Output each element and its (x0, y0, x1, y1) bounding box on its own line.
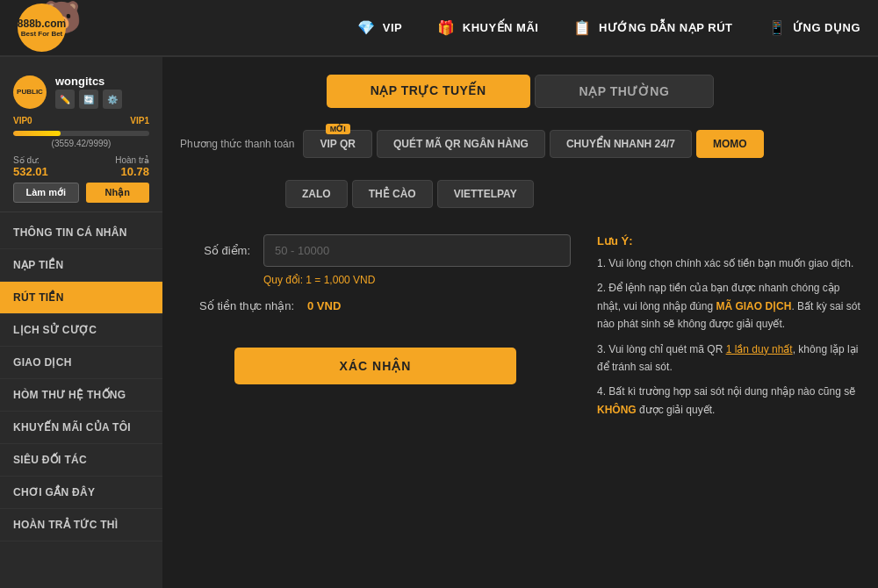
nav-app[interactable]: 📱 ỨNG DỤNG (768, 19, 861, 36)
new-badge: MỚI (326, 124, 350, 134)
tab-online-deposit[interactable]: NẠP TRỰC TUYẾN (327, 75, 530, 108)
note-2: 2. Để lệnh nạp tiền của bạn được nhanh c… (597, 279, 860, 333)
sidebar-item-withdraw[interactable]: RÚT TIỀN (0, 282, 162, 314)
vip-progress-bar (13, 131, 149, 136)
payment-vip-qr[interactable]: MỚI VIP QR (303, 130, 371, 158)
nav-promotion-label: KHUYẾN MÃI (463, 21, 539, 34)
settings-icon[interactable]: ⚙️ (103, 90, 122, 109)
form-content: Số điểm: Quy đổi: 1 = 1,000 VND Số tiền … (180, 234, 860, 419)
vip-current: VIP0 (13, 116, 32, 125)
sidebar-item-recent[interactable]: CHƠI GẦN ĐÂY (0, 477, 162, 509)
payment-methods-row2: ZALO THẺ CÀO VIETTELPAY (180, 180, 860, 208)
tab-normal-deposit[interactable]: NẠP THƯỜNG (535, 75, 715, 108)
points-input[interactable] (263, 234, 571, 267)
user-avatar-row: PUBLIC wongitcs ✏️ 🔄 ⚙️ (13, 75, 149, 109)
sidebar-item-bet-history[interactable]: LỊCH SỬ CƯỢC (0, 314, 162, 347)
sidebar-item-inbox[interactable]: HÒM THƯ HỆ THỐNG (0, 379, 162, 412)
hoantra-value: 10.78 (120, 165, 149, 178)
confirm-button[interactable]: XÁC NHẬN (234, 348, 517, 384)
sidebar-item-deposit[interactable]: NẠP TIỀN (0, 249, 162, 282)
user-section: PUBLIC wongitcs ✏️ 🔄 ⚙️ VIP0 VIP1 (355 (0, 66, 162, 212)
sidebar-item-profile[interactable]: THÔNG TIN CÁ NHÂN (0, 217, 162, 249)
vip-score: (3559.42/9999) (13, 139, 149, 148)
main-tabs: NẠP TRỰC TUYẾN NẠP THƯỜNG (180, 75, 860, 108)
confirm-button-wrap: XÁC NHẬN (180, 348, 571, 384)
guide-icon: 📋 (573, 19, 592, 36)
avatar: PUBLIC (13, 75, 47, 109)
balance-label: Số dư: (13, 155, 48, 165)
logo-name: 888b.com (18, 18, 66, 30)
note-1: 1. Vui lòng chọn chính xác số tiền bạn m… (597, 255, 860, 272)
nav-items: 💎 VIP 🎁 KHUYẾN MÃI 📋 HƯỚNG DẪN NẠP RÚT 📱… (357, 19, 860, 36)
payment-momo[interactable]: MOMO (696, 130, 764, 158)
actual-amount-row: Số tiền thực nhận: 0 VND (180, 299, 571, 312)
sidebar-item-partner[interactable]: SIÊU ĐỐI TÁC (0, 444, 162, 477)
balance-value: 532.01 (13, 165, 48, 178)
gift-icon: 🎁 (437, 19, 456, 36)
actual-label: Số tiền thực nhận: (180, 299, 294, 312)
actual-value: 0 VND (307, 299, 341, 312)
receive-button[interactable]: Nhận (86, 183, 150, 203)
sidebar-item-transaction[interactable]: GIAO DỊCH (0, 347, 162, 379)
notes-title: Lưu Ý: (597, 234, 860, 247)
nav-vip-label: VIP (383, 21, 402, 34)
hoantra-label: Hoàn trả (115, 155, 149, 165)
edit-icon[interactable]: ✏️ (55, 90, 75, 109)
payment-zalo[interactable]: ZALO (285, 180, 348, 208)
main-layout: PUBLIC wongitcs ✏️ 🔄 ⚙️ VIP0 VIP1 (355 (0, 57, 878, 588)
app-icon: 📱 (768, 19, 787, 36)
vip-next: VIP1 (130, 116, 149, 125)
vip-labels: VIP0 VIP1 (13, 116, 149, 125)
sidebar-item-cashback[interactable]: HOÀN TRẢ TỨC THÌ (0, 509, 162, 541)
highlight-2: 1 lần duy nhất (726, 343, 793, 355)
payment-qr-bank[interactable]: QUÉT MÃ QR NGÂN HÀNG (377, 130, 545, 158)
sidebar: PUBLIC wongitcs ✏️ 🔄 ⚙️ VIP0 VIP1 (355 (0, 57, 162, 588)
nav-app-label: ỨNG DỤNG (793, 21, 860, 34)
vip-icon: 💎 (357, 19, 376, 36)
payment-label: Phương thức thanh toán (180, 138, 294, 150)
content-area: NẠP TRỰC TUYẾN NẠP THƯỜNG Phương thức th… (162, 57, 878, 588)
payment-methods-row1: Phương thức thanh toán MỚI VIP QR QUÉT M… (180, 130, 860, 158)
refresh-icon[interactable]: 🔄 (79, 90, 98, 109)
payment-fast-transfer[interactable]: CHUYỂN NHANH 24/7 (550, 130, 692, 158)
nav-guide-label: HƯỚNG DẪN NẠP RÚT (599, 21, 733, 34)
notes-list: 1. Vui lòng chọn chính xác số tiền bạn m… (597, 255, 860, 419)
sidebar-item-mypromotion[interactable]: KHUYẾN MÃI CỦA TÔI (0, 412, 162, 444)
points-row: Số điểm: (180, 234, 571, 267)
payment-viettelpay[interactable]: VIETTELPAY (437, 180, 534, 208)
nav-guide[interactable]: 📋 HƯỚNG DẪN NẠP RÚT (573, 19, 732, 36)
refresh-button[interactable]: Làm mới (13, 183, 79, 203)
balance-row: Số dư: 532.01 Hoàn trả 10.78 (13, 155, 149, 178)
points-label: Số điểm: (180, 244, 250, 257)
note-3: 3. Vui lòng chỉ quét mã QR 1 lần duy nhấ… (597, 341, 860, 376)
form-left: Số điểm: Quy đổi: 1 = 1,000 VND Số tiền … (180, 234, 571, 419)
sidebar-menu: THÔNG TIN CÁ NHÂN NẠP TIỀN RÚT TIỀN LỊCH… (0, 217, 162, 541)
highlight-3: KHÔNG (597, 404, 637, 416)
username-label: wongitcs (55, 75, 122, 88)
note-4: 4. Bất kì trường hợp sai sót nội dung nh… (597, 383, 860, 419)
logo-area: 888b.com Best For Bet 🐻 (18, 4, 66, 52)
top-navigation: 888b.com Best For Bet 🐻 💎 VIP 🎁 KHUYẾN M… (0, 0, 878, 57)
payment-scratch-card[interactable]: THẺ CÀO (352, 180, 433, 208)
exchange-rate: Quy đổi: 1 = 1,000 VND (180, 274, 571, 286)
nav-vip[interactable]: 💎 VIP (357, 19, 402, 36)
notes-section: Lưu Ý: 1. Vui lòng chọn chính xác số tiề… (597, 234, 860, 419)
logo-subtitle: Best For Bet (21, 30, 63, 38)
action-buttons: Làm mới Nhận (13, 183, 149, 203)
nav-promotion[interactable]: 🎁 KHUYẾN MÃI (437, 19, 538, 36)
highlight-1: MÃ GIAO DỊCH (716, 300, 791, 312)
